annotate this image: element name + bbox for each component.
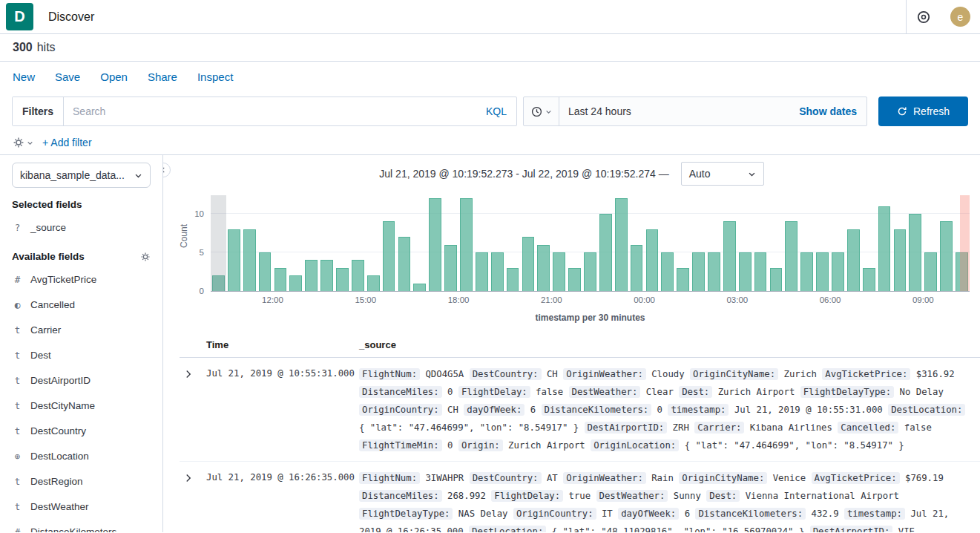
field-name: DestCountry <box>30 425 86 436</box>
chart-bar[interactable] <box>243 229 256 291</box>
chart-bar[interactable] <box>692 252 705 291</box>
sidebar-field-distancekilometers[interactable]: #DistanceKilometers <box>12 519 151 532</box>
chart-bar[interactable] <box>553 252 565 291</box>
kql-button[interactable]: KQL <box>476 105 516 117</box>
nav-link-share[interactable]: Share <box>148 71 177 83</box>
chart-bar[interactable] <box>305 260 318 291</box>
chart-bar[interactable] <box>537 245 550 291</box>
sidebar-field-destcityname[interactable]: tDestCityName <box>12 393 151 418</box>
chart-bar[interactable] <box>460 198 473 291</box>
chart-bar[interactable] <box>847 229 860 291</box>
x-tick-label: 12:00 <box>262 295 283 304</box>
chart-bar[interactable] <box>584 252 596 291</box>
chart-bar[interactable] <box>228 229 240 291</box>
add-filter-button[interactable]: + Add filter <box>42 137 92 148</box>
filters-button[interactable]: Filters <box>13 97 64 125</box>
hits-label: hits <box>37 41 56 54</box>
sidebar-field-destlocation[interactable]: ⊕DestLocation <box>12 443 151 468</box>
chart-bar[interactable] <box>909 214 921 291</box>
chart-bar[interactable] <box>770 268 783 291</box>
chart-bar[interactable] <box>785 221 798 291</box>
nav-link-new[interactable]: New <box>13 71 35 83</box>
chart-bar[interactable] <box>320 260 333 291</box>
nav-link-inspect[interactable]: Inspect <box>197 71 233 83</box>
chart-bar[interactable] <box>708 252 720 291</box>
chart-bar[interactable] <box>832 252 844 291</box>
chart-bar[interactable] <box>631 245 643 291</box>
help-icon[interactable] <box>907 0 941 33</box>
kibana-logo[interactable]: D <box>6 3 33 30</box>
expand-row-button[interactable] <box>180 365 206 380</box>
time-range-label[interactable]: Last 24 hours <box>559 105 631 117</box>
chart-bar[interactable] <box>476 252 488 291</box>
chart-bar[interactable] <box>800 252 813 291</box>
chart-bar[interactable] <box>754 252 767 291</box>
chart-bar[interactable] <box>661 252 674 291</box>
sidebar-field-dest[interactable]: tDest <box>12 342 151 367</box>
interval-select[interactable]: Auto <box>681 162 764 186</box>
histogram-header: Jul 21, 2019 @ 10:19:52.273 - Jul 22, 20… <box>163 161 980 186</box>
source-field-value: No Delay <box>894 387 944 397</box>
nav-link-open[interactable]: Open <box>100 71 128 83</box>
sidebar-field-destairportid[interactable]: tDestAirportID <box>12 367 151 393</box>
chart-bar[interactable] <box>507 268 519 291</box>
sidebar-field-destcountry[interactable]: tDestCountry <box>12 418 151 443</box>
source-field-value: Sunny <box>668 491 706 501</box>
chart-bar[interactable] <box>956 252 968 291</box>
chart-bar[interactable] <box>398 237 411 291</box>
chart-bar[interactable] <box>615 198 628 291</box>
nav-link-save[interactable]: Save <box>55 71 80 83</box>
expand-row-button[interactable] <box>180 469 206 484</box>
chart-bar[interactable] <box>646 229 659 291</box>
chart-bar[interactable] <box>816 252 829 291</box>
chevron-down-icon <box>134 171 142 180</box>
string-field-icon: t <box>12 476 23 487</box>
chart-bar[interactable] <box>568 268 581 291</box>
filter-options-button[interactable] <box>13 137 33 148</box>
chart-bar[interactable] <box>352 260 364 291</box>
chart-bar[interactable] <box>491 252 504 291</box>
chart-bar[interactable] <box>723 221 736 291</box>
chart-bar[interactable] <box>367 275 380 291</box>
chart-bucket <box>675 195 691 291</box>
chart-bar[interactable] <box>259 252 272 291</box>
chart-bar[interactable] <box>739 252 752 291</box>
sidebar-field-avgticketprice[interactable]: #AvgTicketPrice <box>12 266 151 292</box>
source-cell: FlightNum: 3IWAHPR DestCountry: AT Origi… <box>359 469 980 532</box>
chart-bar[interactable] <box>894 229 907 291</box>
chart-bar[interactable] <box>924 252 937 291</box>
index-pattern-select[interactable]: kibana_sample_data... <box>12 163 151 188</box>
source-field-name: Dest: <box>706 490 740 502</box>
chart-bar[interactable] <box>599 214 612 291</box>
source-field-value: AT <box>542 473 564 483</box>
chart-bar[interactable] <box>863 268 875 291</box>
sidebar-field-carrier[interactable]: tCarrier <box>12 317 151 342</box>
field-settings-gear-icon[interactable] <box>140 252 151 262</box>
chart-bar[interactable] <box>212 275 225 291</box>
chart-bar[interactable] <box>429 198 441 291</box>
source-field-name: DistanceKilometers: <box>542 404 652 416</box>
histogram-plot-area[interactable]: 0510 <box>211 195 970 292</box>
chart-bar[interactable] <box>274 268 287 291</box>
source-field-value: VIE <box>892 526 915 532</box>
chart-bar[interactable] <box>878 206 891 291</box>
chart-bar[interactable] <box>383 221 395 291</box>
sidebar-field-destregion[interactable]: tDestRegion <box>12 468 151 494</box>
show-dates-button[interactable]: Show dates <box>799 105 866 117</box>
chart-bucket <box>474 195 490 291</box>
chart-bar[interactable] <box>444 245 457 291</box>
chart-bar[interactable] <box>940 221 953 291</box>
chart-bar[interactable] <box>413 284 426 291</box>
sidebar-field-cancelled[interactable]: ◐Cancelled <box>12 292 151 317</box>
chart-bar[interactable] <box>289 275 302 291</box>
time-picker-quick-select[interactable] <box>524 97 559 125</box>
search-input[interactable] <box>64 97 476 125</box>
sidebar-field-_source[interactable]: ?_source <box>12 215 151 240</box>
refresh-button[interactable]: Refresh <box>878 97 968 126</box>
sidebar-field-destweather[interactable]: tDestWeather <box>12 494 151 519</box>
chart-bar[interactable] <box>522 237 535 291</box>
number-field-icon: # <box>12 274 23 285</box>
chart-bar[interactable] <box>677 268 689 291</box>
chart-bar[interactable] <box>336 268 349 291</box>
user-avatar[interactable]: e <box>950 7 970 27</box>
